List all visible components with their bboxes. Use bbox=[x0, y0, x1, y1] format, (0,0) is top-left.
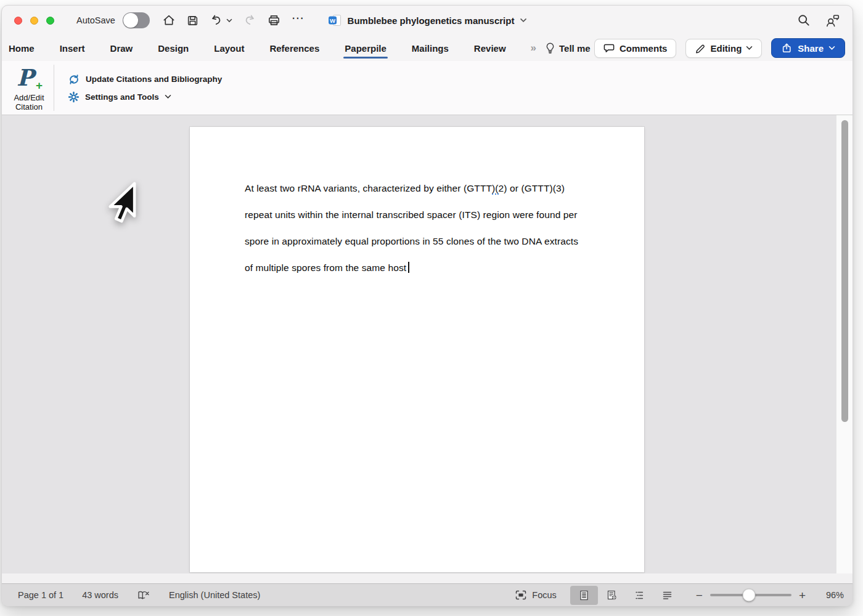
lightbulb-icon bbox=[545, 42, 555, 54]
redo-button[interactable] bbox=[243, 14, 256, 27]
print-layout-icon bbox=[578, 590, 590, 601]
share-chevron-icon bbox=[828, 46, 835, 51]
tab-mailings[interactable]: Mailings bbox=[411, 38, 449, 59]
tab-layout[interactable]: Layout bbox=[213, 38, 245, 59]
comments-button[interactable]: Comments bbox=[594, 39, 677, 58]
editing-mode-button[interactable]: Editing bbox=[685, 39, 762, 58]
focus-mode-button[interactable]: Focus bbox=[515, 590, 557, 601]
outline-view-button[interactable] bbox=[626, 586, 653, 605]
svg-text:W: W bbox=[330, 17, 335, 23]
undo-menu-chevron-icon bbox=[226, 18, 232, 23]
paperpile-logo-icon: P + bbox=[17, 65, 41, 91]
grammar-flagged-text[interactable]: )( bbox=[492, 183, 499, 195]
draft-view-icon bbox=[661, 590, 673, 601]
tab-overflow-chevron-icon[interactable]: » bbox=[531, 42, 536, 54]
add-edit-citation-label-2: Citation bbox=[14, 102, 44, 111]
print-icon[interactable] bbox=[267, 14, 281, 27]
share-icon bbox=[781, 43, 793, 54]
autosave-toggle-knob bbox=[123, 13, 138, 28]
doc-line-1: At least two rRNA variants, characterize… bbox=[245, 175, 607, 201]
view-switcher bbox=[570, 586, 681, 605]
settings-and-tools-button[interactable]: Settings and Tools bbox=[68, 91, 222, 103]
ribbon-divider bbox=[54, 65, 54, 111]
web-layout-icon bbox=[606, 590, 618, 601]
tab-draw[interactable]: Draw bbox=[110, 38, 134, 59]
document-canvas: At least two rRNA variants, characterize… bbox=[2, 115, 853, 573]
mouse-pointer-icon bbox=[104, 180, 137, 226]
print-layout-view-button[interactable] bbox=[570, 586, 598, 605]
add-edit-citation-button[interactable]: P + Add/Edit Citation bbox=[6, 61, 52, 115]
status-bar: Page 1 of 1 43 words English (United Sta… bbox=[2, 583, 853, 606]
tab-references[interactable]: References bbox=[269, 38, 320, 59]
vertical-scrollbar-track[interactable] bbox=[836, 115, 853, 573]
editing-chevron-icon bbox=[746, 46, 753, 51]
title-menu-chevron-icon bbox=[520, 18, 526, 23]
autosave-toggle[interactable] bbox=[123, 12, 150, 28]
update-citations-button[interactable]: Update Citations and Bibliography bbox=[68, 73, 222, 86]
ribbon-tab-bar: Home Insert Draw Design Layout Reference… bbox=[2, 35, 853, 61]
comment-bubble-icon bbox=[603, 43, 615, 54]
document-title-menu[interactable]: W Bumblebee phylogenetics manuscript bbox=[328, 6, 527, 35]
settings-chevron-icon bbox=[165, 94, 171, 99]
focus-icon bbox=[515, 590, 527, 601]
window-controls bbox=[14, 17, 54, 25]
more-toolbar-options-icon[interactable]: ⋯ bbox=[292, 15, 305, 26]
close-window-button[interactable] bbox=[14, 17, 22, 25]
doc-line-4: of multiple spores from the same host bbox=[245, 254, 607, 281]
tab-design[interactable]: Design bbox=[157, 38, 189, 59]
draft-view-button[interactable] bbox=[653, 586, 681, 605]
gear-icon bbox=[68, 91, 80, 103]
document-title: Bumblebee phylogenetics manuscript bbox=[348, 15, 515, 26]
title-bar: AutoSave bbox=[2, 6, 853, 35]
page-count-status[interactable]: Page 1 of 1 bbox=[18, 590, 63, 600]
word-count-status[interactable]: 43 words bbox=[82, 590, 118, 600]
document-page[interactable]: At least two rRNA variants, characterize… bbox=[190, 127, 644, 572]
tell-me-button[interactable]: Tell me bbox=[545, 42, 591, 54]
home-icon[interactable] bbox=[162, 14, 176, 27]
autosave-label: AutoSave bbox=[76, 15, 115, 25]
horizontal-scroll-strip[interactable] bbox=[2, 573, 853, 583]
tab-insert[interactable]: Insert bbox=[59, 38, 86, 59]
zoom-in-button[interactable]: + bbox=[799, 590, 806, 601]
tab-home[interactable]: Home bbox=[8, 38, 35, 59]
minimize-window-button[interactable] bbox=[30, 17, 38, 25]
add-edit-citation-label-1: Add/Edit bbox=[14, 93, 44, 102]
word-app-window: AutoSave bbox=[1, 5, 853, 606]
tab-review[interactable]: Review bbox=[473, 38, 507, 59]
undo-button[interactable] bbox=[210, 14, 232, 27]
zoom-percentage[interactable]: 96% bbox=[813, 590, 844, 600]
sync-refresh-icon bbox=[68, 73, 80, 86]
share-button[interactable]: Share bbox=[771, 38, 845, 58]
doc-line-2: repeat units within the internal transcr… bbox=[245, 201, 607, 228]
language-status[interactable]: English (United States) bbox=[169, 590, 260, 600]
outline-view-icon bbox=[634, 590, 645, 601]
text-caret bbox=[408, 262, 409, 273]
save-icon[interactable] bbox=[186, 14, 199, 27]
fullscreen-window-button[interactable] bbox=[46, 17, 54, 25]
contacts-presence-icon[interactable] bbox=[825, 14, 840, 27]
word-document-icon: W bbox=[328, 14, 342, 28]
zoom-slider-track[interactable] bbox=[710, 594, 791, 596]
zoom-slider-thumb[interactable] bbox=[743, 589, 756, 602]
search-icon[interactable] bbox=[797, 14, 811, 27]
zoom-out-button[interactable]: − bbox=[696, 590, 703, 601]
doc-line-3: spore in approximately equal proportions… bbox=[245, 228, 607, 254]
pencil-icon bbox=[695, 43, 706, 54]
document-text: At least two rRNA variants, characterize… bbox=[190, 127, 644, 281]
zoom-control: − + 96% bbox=[696, 590, 844, 601]
proofing-errors-icon[interactable] bbox=[137, 590, 150, 601]
paperpile-ribbon: P + Add/Edit Citation Update Citations a… bbox=[2, 61, 853, 115]
tab-paperpile[interactable]: Paperpile bbox=[344, 38, 387, 59]
vertical-scrollbar-thumb[interactable] bbox=[841, 120, 848, 422]
web-layout-view-button[interactable] bbox=[598, 586, 626, 605]
